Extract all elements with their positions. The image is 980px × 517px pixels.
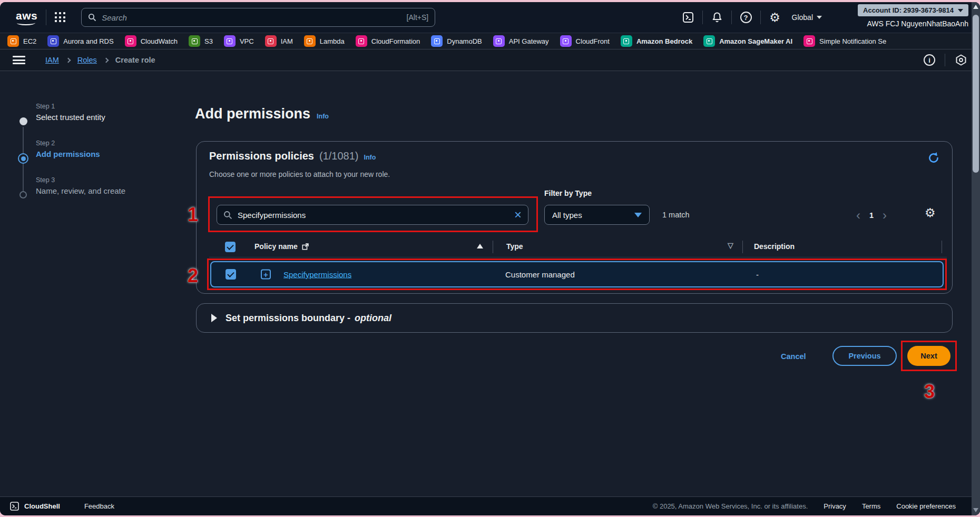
column-policy-name[interactable]: Policy name bbox=[254, 242, 309, 251]
bedrock-icon bbox=[621, 35, 632, 47]
filter-by-type-label: Filter by Type bbox=[544, 189, 592, 197]
search-input[interactable] bbox=[102, 13, 401, 22]
favorite-bedrock[interactable]: Amazon Bedrock bbox=[621, 35, 692, 47]
row-checkbox[interactable] bbox=[226, 269, 236, 280]
step-3-link[interactable]: Name, review, and create bbox=[36, 186, 125, 195]
page-info-link[interactable]: Info bbox=[317, 113, 329, 120]
previous-button[interactable]: Previous bbox=[832, 346, 897, 366]
account-id-menu[interactable]: Account ID: 2939-3673-9814 bbox=[858, 4, 968, 16]
expand-caret-icon[interactable] bbox=[211, 314, 217, 322]
feedback-link[interactable]: Feedback bbox=[84, 502, 114, 510]
topbar-icon-group: ? ⚙ Global bbox=[681, 2, 822, 33]
cloudshell-button[interactable]: CloudShell bbox=[9, 501, 60, 511]
terms-link[interactable]: Terms bbox=[862, 502, 880, 510]
iam-icon bbox=[265, 35, 277, 47]
annotation-number-1: 1 bbox=[186, 204, 200, 226]
policy-row-selected[interactable]: + Specifypermissions Customer managed - bbox=[210, 261, 944, 287]
select-all-checkbox[interactable] bbox=[225, 242, 236, 252]
scrollbar-thumb[interactable] bbox=[973, 15, 979, 173]
main-content: Step 1 Select trusted entity Step 2 Add … bbox=[0, 71, 980, 496]
breadcrumb-separator-icon bbox=[65, 57, 71, 63]
sort-icon[interactable]: ▽ bbox=[728, 241, 733, 250]
global-search[interactable]: [Alt+S] bbox=[81, 8, 435, 27]
favorite-vpc[interactable]: VPC bbox=[224, 35, 254, 47]
favorite-cloudwatch[interactable]: CloudWatch bbox=[125, 35, 178, 47]
api-gateway-icon bbox=[493, 35, 505, 47]
aws-logo[interactable]: aws bbox=[16, 10, 37, 25]
privacy-link[interactable]: Privacy bbox=[824, 502, 846, 510]
column-divider[interactable] bbox=[942, 241, 942, 253]
favorites-bar: EC2 Aurora and RDS CloudWatch S3 VPC IAM… bbox=[0, 33, 980, 49]
sort-ascending-icon[interactable] bbox=[477, 244, 483, 248]
step-2: Step 2 Add permissions bbox=[36, 140, 100, 158]
external-link-icon bbox=[302, 243, 309, 250]
info-panel-icon[interactable]: i bbox=[924, 54, 935, 66]
refresh-icon[interactable] bbox=[927, 151, 940, 165]
previous-page-icon[interactable]: ‹ bbox=[856, 209, 860, 222]
sns-icon bbox=[803, 35, 815, 47]
cloudshell-terminal-icon bbox=[9, 501, 19, 511]
breadcrumb-iam[interactable]: IAM bbox=[45, 56, 59, 64]
column-divider[interactable] bbox=[742, 241, 743, 253]
permissions-boundary-section[interactable]: Set permissions boundary -optional bbox=[196, 303, 953, 333]
services-menu-icon[interactable] bbox=[55, 12, 65, 23]
notifications-bell-icon[interactable] bbox=[710, 10, 724, 25]
step-1: Step 1 Select trusted entity bbox=[36, 103, 105, 122]
favorite-sagemaker[interactable]: Amazon SageMaker AI bbox=[703, 35, 792, 47]
rds-icon bbox=[47, 35, 59, 47]
policy-search-field[interactable]: × bbox=[217, 205, 528, 225]
favorite-cloudformation[interactable]: CloudFormation bbox=[356, 35, 420, 47]
policies-table-header: Policy name Type ▽ Description bbox=[209, 237, 947, 257]
annotation-box-3 bbox=[901, 341, 957, 371]
cloudshell-icon[interactable] bbox=[681, 10, 695, 25]
step-3: Step 3 Name, review, and create bbox=[36, 176, 125, 195]
favorite-s3[interactable]: S3 bbox=[189, 35, 213, 47]
step-1-link[interactable]: Select trusted entity bbox=[36, 113, 105, 122]
table-preferences-gear-icon[interactable]: ⚙ bbox=[925, 207, 936, 219]
column-divider[interactable] bbox=[493, 241, 493, 253]
card-title: Permissions policies bbox=[209, 150, 314, 162]
scroll-down-arrow-icon[interactable] bbox=[973, 508, 978, 512]
favorite-api-gateway[interactable]: API Gateway bbox=[493, 35, 549, 47]
column-type[interactable]: Type bbox=[506, 242, 523, 251]
favorite-ec2[interactable]: EC2 bbox=[7, 35, 36, 47]
policy-name-link[interactable]: Specifypermissions bbox=[283, 270, 351, 279]
policy-description-cell: - bbox=[756, 270, 759, 279]
favorite-iam[interactable]: IAM bbox=[265, 35, 293, 47]
breadcrumb-roles[interactable]: Roles bbox=[77, 56, 97, 64]
divider bbox=[702, 11, 703, 24]
clear-search-icon[interactable]: × bbox=[514, 208, 522, 221]
expand-policy-icon[interactable]: + bbox=[261, 270, 271, 280]
card-info-link[interactable]: Info bbox=[364, 154, 376, 161]
step-2-link[interactable]: Add permissions bbox=[36, 150, 100, 158]
scroll-up-arrow-icon[interactable] bbox=[973, 5, 978, 9]
divider bbox=[46, 9, 46, 25]
favorite-sns[interactable]: Simple Notification Se bbox=[803, 35, 886, 47]
search-shortcut-hint: [Alt+S] bbox=[407, 13, 429, 22]
match-count: 1 match bbox=[662, 211, 690, 219]
vertical-scrollbar[interactable] bbox=[972, 2, 980, 515]
annotation-number-3: 3 bbox=[919, 381, 940, 403]
settings-gear-icon[interactable]: ⚙ bbox=[768, 10, 782, 25]
side-menu-icon[interactable] bbox=[13, 56, 25, 64]
favorite-aurora-rds[interactable]: Aurora and RDS bbox=[47, 35, 113, 47]
policy-search-input[interactable] bbox=[238, 211, 509, 220]
page-number[interactable]: 1 bbox=[869, 211, 874, 220]
favorite-dynamodb[interactable]: DynamoDB bbox=[431, 35, 482, 47]
region-selector[interactable]: Global bbox=[792, 13, 822, 22]
column-description[interactable]: Description bbox=[754, 242, 795, 251]
favorite-lambda[interactable]: Lambda bbox=[304, 35, 345, 47]
search-icon bbox=[223, 211, 232, 220]
breadcrumb-separator-icon bbox=[103, 57, 109, 63]
favorite-cloudfront[interactable]: CloudFront bbox=[560, 35, 610, 47]
cancel-button[interactable]: Cancel bbox=[781, 352, 806, 361]
next-page-icon[interactable]: › bbox=[883, 209, 887, 222]
help-icon[interactable]: ? bbox=[739, 10, 753, 25]
chevron-down-icon bbox=[958, 9, 963, 12]
card-description: Choose one or more policies to attach to… bbox=[209, 170, 390, 178]
hexagon-q-icon[interactable] bbox=[955, 54, 967, 66]
type-filter-select[interactable]: All types bbox=[544, 205, 650, 225]
divider bbox=[731, 11, 732, 24]
cookie-preferences-link[interactable]: Cookie preferences bbox=[896, 502, 956, 510]
breadcrumb: IAM Roles Create role bbox=[45, 56, 155, 64]
